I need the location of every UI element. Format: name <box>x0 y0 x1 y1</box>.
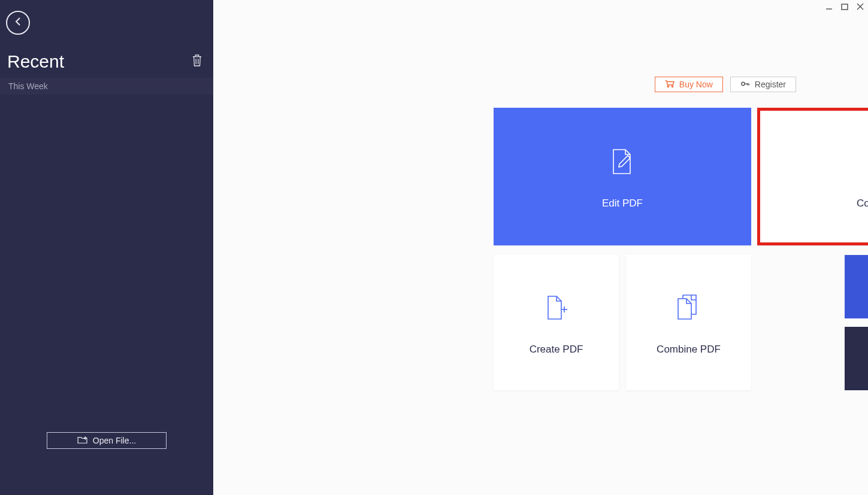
trash-icon[interactable] <box>192 54 202 69</box>
tile-edit-pdf[interactable]: Edit PDF <box>494 108 751 245</box>
topbar: Buy Now Register <box>655 77 796 92</box>
main-area: Buy Now Register Edit PDF Convert PDF <box>213 0 868 495</box>
svg-point-9 <box>672 86 673 87</box>
tile-convert-pdf[interactable]: Convert PDF <box>757 108 868 245</box>
svg-rect-5 <box>842 4 848 10</box>
folder-icon <box>77 436 88 446</box>
maximize-button[interactable] <box>839 1 850 12</box>
buy-now-label: Buy Now <box>679 80 713 89</box>
tile-batch-process[interactable]: Batch Process <box>845 255 868 318</box>
chevron-left-icon <box>13 17 23 29</box>
register-button[interactable]: Register <box>730 77 796 92</box>
tiles-row-2-left: Create PDF Combine PDF <box>494 255 751 390</box>
close-button[interactable] <box>855 1 866 12</box>
sidebar: Recent This Week Open File... <box>0 0 213 495</box>
tile-combine-label: Combine PDF <box>657 344 721 356</box>
recent-title: Recent <box>7 51 64 72</box>
tile-convert-label: Convert PDF <box>857 198 868 209</box>
back-button[interactable] <box>6 11 30 35</box>
svg-point-10 <box>742 82 745 85</box>
svg-point-8 <box>667 86 669 87</box>
open-file-label: Open File... <box>93 436 136 445</box>
tile-create-label: Create PDF <box>530 344 583 356</box>
cart-icon <box>665 80 675 90</box>
tile-create-pdf[interactable]: Create PDF <box>494 255 619 390</box>
combine-pdf-icon <box>673 290 704 324</box>
edit-pdf-icon <box>607 144 637 178</box>
open-file-button[interactable]: Open File... <box>47 432 167 449</box>
buy-now-button[interactable]: Buy Now <box>655 77 723 92</box>
side-tiles: Batch Process PDF Templates <box>845 255 868 390</box>
register-label: Register <box>755 80 786 89</box>
recent-header: Recent <box>0 35 213 78</box>
tile-edit-label: Edit PDF <box>602 198 643 209</box>
tiles-grid: Edit PDF Convert PDF Create PDF Combine … <box>494 108 868 390</box>
minimize-button[interactable] <box>824 1 834 12</box>
key-icon <box>740 80 750 90</box>
create-pdf-icon <box>542 290 571 324</box>
tile-pdf-templates[interactable]: PDF Templates <box>845 327 868 390</box>
window-controls <box>824 1 866 12</box>
tile-combine-pdf[interactable]: Combine PDF <box>626 255 751 390</box>
section-this-week: This Week <box>0 78 213 95</box>
